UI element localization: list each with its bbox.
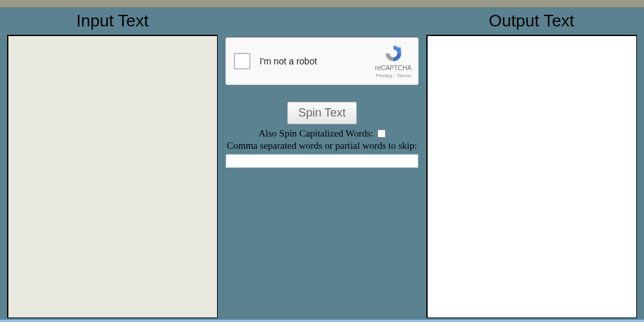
spin-text-button[interactable]: Spin Text (287, 102, 357, 124)
window-top-bar (0, 0, 644, 8)
columns: Input Text I'm not a robot reCAPTCHA Pri… (6, 8, 638, 322)
also-spin-checkbox[interactable] (377, 129, 386, 138)
recaptcha-box: I'm not a robot reCAPTCHA Privacy - Term… (225, 37, 419, 85)
input-textarea[interactable] (7, 35, 218, 318)
output-textarea[interactable] (426, 35, 637, 318)
input-column: Input Text (6, 8, 218, 318)
center-column: I'm not a robot reCAPTCHA Privacy - Term… (218, 8, 425, 168)
input-heading: Input Text (77, 8, 149, 35)
skip-words-input[interactable] (225, 154, 419, 168)
skip-words-label: Comma separated words or partial words t… (227, 140, 417, 151)
also-spin-row: Also Spin Capitalized Words: (258, 128, 385, 139)
recaptcha-checkbox[interactable] (234, 53, 251, 70)
output-heading: Output Text (489, 8, 574, 35)
horizontal-scrollbar[interactable] (0, 319, 644, 322)
recaptcha-brand-text: reCAPTCHA (375, 64, 412, 72)
also-spin-label: Also Spin Capitalized Words: (258, 128, 373, 139)
main-area: Input Text I'm not a robot reCAPTCHA Pri… (0, 8, 644, 322)
recaptcha-label: I'm not a robot (260, 56, 375, 66)
recaptcha-icon (384, 44, 403, 63)
output-column: Output Text (426, 8, 638, 318)
recaptcha-brand-area: reCAPTCHA Privacy - Terms (375, 44, 412, 79)
recaptcha-links[interactable]: Privacy - Terms (375, 73, 411, 79)
